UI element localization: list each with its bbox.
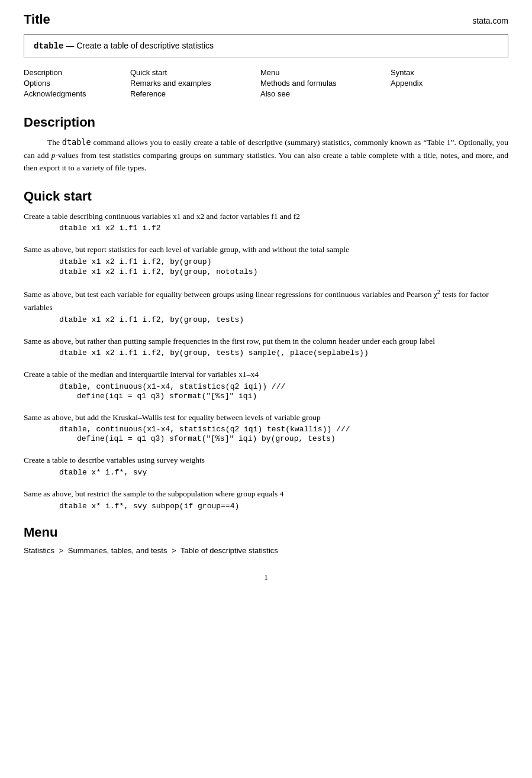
qs-item-3: Same as above, but test each variable fo… — [24, 287, 508, 324]
qs-text-3: Same as above, but test each variable fo… — [24, 290, 489, 312]
qs-item-5: Create a table of the median and interqu… — [24, 368, 508, 401]
quickstart-section: Quick start Create a table describing co… — [24, 189, 508, 511]
title-box-separator: — — [66, 41, 76, 50]
qs-item-8: Same as above, but restrict the sample t… — [24, 488, 508, 511]
menu-heading: Menu — [24, 525, 508, 540]
nav-alsosee[interactable]: Also see — [260, 89, 391, 98]
qs-code-7: dtable x* i.f*, svy — [59, 468, 508, 477]
page-number: 1 — [24, 573, 508, 582]
qs-code-5a: dtable, continuous(x1-x4, statistics(q2 … — [59, 382, 508, 391]
qs-text-2: Same as above, but report statistics for… — [24, 245, 349, 254]
qs-code-3: dtable x1 x2 i.f1 i.f2, by(group, tests) — [59, 315, 508, 324]
qs-code-8: dtable x* i.f*, svy subpop(if group==4) — [59, 502, 508, 511]
qs-item-7: Create a table to describe variables usi… — [24, 454, 508, 477]
title-box-description: Create a table of descriptive statistics — [76, 41, 214, 50]
qs-code-2b: dtable x1 x2 i.f1 i.f2, by(group, notota… — [59, 267, 508, 276]
qs-text-4: Same as above, but rather than putting s… — [24, 337, 435, 346]
qs-code-4: dtable x1 x2 i.f1 i.f2, by(group, tests)… — [59, 348, 508, 357]
menu-gt-1: > — [59, 546, 64, 555]
description-text: The dtable command allows you to easily … — [24, 136, 508, 175]
nav-appendix[interactable]: Appendix — [391, 79, 497, 88]
qs-item-2: Same as above, but report statistics for… — [24, 243, 508, 276]
menu-section: Menu Statistics > Summaries, tables, and… — [24, 525, 508, 555]
nav-options[interactable]: Options — [24, 79, 130, 88]
stata-logo: stata.com — [472, 16, 508, 25]
menu-gt-2: > — [172, 546, 176, 555]
nav-acknowledgments[interactable]: Acknowledgments — [24, 89, 130, 98]
qs-code-2a: dtable x1 x2 i.f1 i.f2, by(group) — [59, 257, 508, 266]
page-header: Title stata.com — [24, 12, 508, 27]
nav-menu[interactable]: Menu — [260, 68, 391, 77]
qs-text-8: Same as above, but restrict the sample t… — [24, 489, 283, 498]
qs-text-1: Create a table describing continuous var… — [24, 212, 300, 221]
qs-code-6a: dtable, continuous(x1-x4, statistics(q2 … — [59, 425, 508, 434]
nav-quickstart[interactable]: Quick start — [130, 68, 260, 77]
nav-syntax[interactable]: Syntax — [391, 68, 497, 77]
menu-path: Statistics > Summaries, tables, and test… — [24, 546, 508, 555]
qs-code-6b: define(iqi = q1 q3) sformat("[%s]" iqi) … — [77, 434, 508, 443]
qs-text-5: Create a table of the median and interqu… — [24, 370, 259, 379]
qs-text-6: Same as above, but add the Kruskal–Walli… — [24, 413, 321, 422]
nav-remarks[interactable]: Remarks and examples — [130, 79, 260, 88]
qs-item-4: Same as above, but rather than putting s… — [24, 335, 508, 358]
quickstart-heading: Quick start — [24, 189, 508, 204]
page-title: Title — [24, 12, 50, 27]
qs-code-1: dtable x1 x2 i.f1 i.f2 — [59, 224, 508, 233]
qs-code-5b: define(iqi = q1 q3) sformat("[%s]" iqi) — [77, 392, 508, 401]
nav-links: Description Quick start Menu Syntax Opti… — [24, 68, 508, 98]
qs-item-6: Same as above, but add the Kruskal–Walli… — [24, 411, 508, 444]
description-section: Description The dtable command allows yo… — [24, 115, 508, 175]
title-box: dtable — Create a table of descriptive s… — [24, 34, 508, 57]
description-heading: Description — [24, 115, 508, 130]
nav-reference[interactable]: Reference — [130, 89, 260, 98]
nav-description[interactable]: Description — [24, 68, 130, 77]
nav-methods[interactable]: Methods and formulas — [260, 79, 391, 88]
qs-text-7: Create a table to describe variables usi… — [24, 456, 205, 464]
qs-item-1: Create a table describing continuous var… — [24, 210, 508, 233]
command-name: dtable — [34, 41, 63, 51]
